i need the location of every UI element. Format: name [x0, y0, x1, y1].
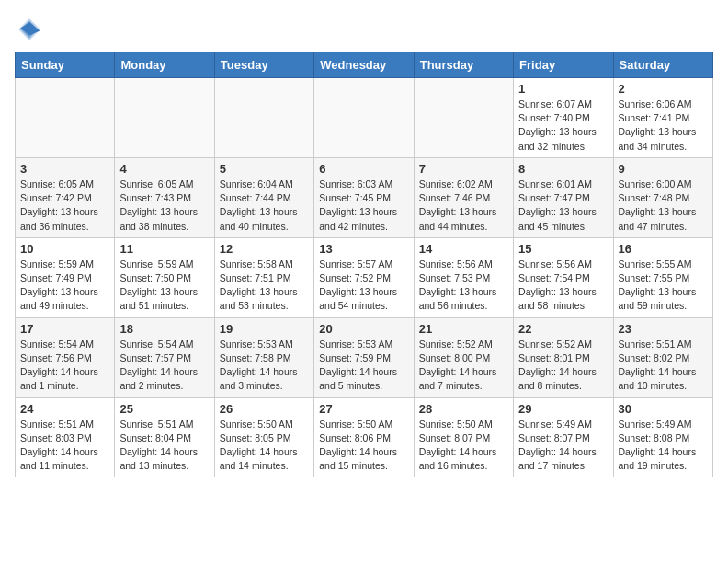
day-number: 15	[518, 242, 608, 256]
day-info: Sunrise: 5:56 AM Sunset: 7:53 PM Dayligh…	[419, 258, 508, 314]
calendar-day-cell: 7Sunrise: 6:02 AM Sunset: 7:46 PM Daylig…	[414, 157, 513, 237]
day-info: Sunrise: 5:53 AM Sunset: 7:59 PM Dayligh…	[319, 338, 408, 394]
day-number: 18	[119, 322, 209, 336]
day-of-week-header: Thursday	[414, 52, 513, 78]
day-info: Sunrise: 6:01 AM Sunset: 7:47 PM Dayligh…	[518, 178, 608, 234]
calendar-day-cell: 1Sunrise: 6:07 AM Sunset: 7:40 PM Daylig…	[514, 78, 613, 158]
calendar-day-cell: 29Sunrise: 5:49 AM Sunset: 8:07 PM Dayli…	[514, 397, 613, 477]
calendar-day-cell: 24Sunrise: 5:51 AM Sunset: 8:03 PM Dayli…	[16, 397, 115, 477]
calendar-week-row: 10Sunrise: 5:59 AM Sunset: 7:49 PM Dayli…	[16, 237, 713, 317]
calendar-day-cell	[214, 78, 313, 158]
day-info: Sunrise: 5:56 AM Sunset: 7:54 PM Dayligh…	[518, 258, 608, 314]
day-number: 30	[619, 402, 708, 416]
calendar-day-cell: 22Sunrise: 5:52 AM Sunset: 8:01 PM Dayli…	[514, 317, 613, 397]
day-number: 27	[319, 402, 408, 416]
day-info: Sunrise: 5:50 AM Sunset: 8:07 PM Dayligh…	[419, 418, 508, 474]
day-number: 4	[119, 162, 209, 176]
day-of-week-header: Saturday	[613, 52, 712, 78]
day-info: Sunrise: 5:53 AM Sunset: 7:58 PM Dayligh…	[220, 338, 309, 394]
day-number: 29	[518, 402, 608, 416]
calendar-day-cell: 23Sunrise: 5:51 AM Sunset: 8:02 PM Dayli…	[613, 317, 712, 397]
day-number: 23	[619, 322, 708, 336]
day-info: Sunrise: 6:04 AM Sunset: 7:44 PM Dayligh…	[220, 178, 309, 234]
calendar-week-row: 3Sunrise: 6:05 AM Sunset: 7:42 PM Daylig…	[16, 157, 713, 237]
calendar-day-cell: 25Sunrise: 5:51 AM Sunset: 8:04 PM Dayli…	[115, 397, 214, 477]
calendar-day-cell: 30Sunrise: 5:49 AM Sunset: 8:08 PM Dayli…	[613, 397, 712, 477]
logo	[15, 15, 48, 44]
calendar-day-cell: 13Sunrise: 5:57 AM Sunset: 7:52 PM Dayli…	[314, 237, 414, 317]
day-number: 16	[619, 242, 708, 256]
calendar-day-cell	[314, 78, 414, 158]
day-info: Sunrise: 5:50 AM Sunset: 8:06 PM Dayligh…	[319, 418, 408, 474]
day-number: 8	[518, 162, 608, 176]
calendar-day-cell: 9Sunrise: 6:00 AM Sunset: 7:48 PM Daylig…	[613, 157, 712, 237]
day-info: Sunrise: 5:52 AM Sunset: 8:01 PM Dayligh…	[518, 338, 608, 394]
day-info: Sunrise: 5:49 AM Sunset: 8:08 PM Dayligh…	[619, 418, 708, 474]
day-info: Sunrise: 6:06 AM Sunset: 7:41 PM Dayligh…	[619, 98, 708, 154]
day-info: Sunrise: 6:03 AM Sunset: 7:45 PM Dayligh…	[319, 178, 408, 234]
day-number: 22	[518, 322, 608, 336]
calendar-day-cell: 6Sunrise: 6:03 AM Sunset: 7:45 PM Daylig…	[314, 157, 414, 237]
day-number: 17	[20, 322, 109, 336]
day-info: Sunrise: 5:51 AM Sunset: 8:04 PM Dayligh…	[119, 418, 209, 474]
day-info: Sunrise: 6:00 AM Sunset: 7:48 PM Dayligh…	[619, 178, 708, 234]
day-number: 14	[419, 242, 508, 256]
calendar-week-row: 17Sunrise: 5:54 AM Sunset: 7:56 PM Dayli…	[16, 317, 713, 397]
day-info: Sunrise: 5:55 AM Sunset: 7:55 PM Dayligh…	[619, 258, 708, 314]
day-info: Sunrise: 5:54 AM Sunset: 7:57 PM Dayligh…	[119, 338, 209, 394]
day-number: 3	[20, 162, 109, 176]
day-number: 11	[119, 242, 209, 256]
day-info: Sunrise: 5:57 AM Sunset: 7:52 PM Dayligh…	[319, 258, 408, 314]
calendar-day-cell: 3Sunrise: 6:05 AM Sunset: 7:42 PM Daylig…	[16, 157, 115, 237]
day-number: 6	[319, 162, 408, 176]
calendar-day-cell: 27Sunrise: 5:50 AM Sunset: 8:06 PM Dayli…	[314, 397, 414, 477]
calendar-day-cell: 28Sunrise: 5:50 AM Sunset: 8:07 PM Dayli…	[414, 397, 513, 477]
day-info: Sunrise: 5:50 AM Sunset: 8:05 PM Dayligh…	[220, 418, 309, 474]
day-number: 7	[419, 162, 508, 176]
day-number: 2	[619, 82, 708, 96]
day-number: 1	[518, 82, 608, 96]
day-of-week-header: Friday	[514, 52, 613, 78]
day-number: 25	[119, 402, 209, 416]
day-number: 13	[319, 242, 408, 256]
day-info: Sunrise: 5:59 AM Sunset: 7:50 PM Dayligh…	[119, 258, 209, 314]
day-number: 10	[20, 242, 109, 256]
calendar-day-cell: 16Sunrise: 5:55 AM Sunset: 7:55 PM Dayli…	[613, 237, 712, 317]
calendar-day-cell: 21Sunrise: 5:52 AM Sunset: 8:00 PM Dayli…	[414, 317, 513, 397]
day-number: 5	[220, 162, 309, 176]
calendar-day-cell: 2Sunrise: 6:06 AM Sunset: 7:41 PM Daylig…	[613, 78, 712, 158]
calendar-day-cell: 12Sunrise: 5:58 AM Sunset: 7:51 PM Dayli…	[214, 237, 313, 317]
day-info: Sunrise: 5:52 AM Sunset: 8:00 PM Dayligh…	[419, 338, 508, 394]
calendar-day-cell: 26Sunrise: 5:50 AM Sunset: 8:05 PM Dayli…	[214, 397, 313, 477]
calendar-day-cell: 14Sunrise: 5:56 AM Sunset: 7:53 PM Dayli…	[414, 237, 513, 317]
day-number: 24	[20, 402, 109, 416]
day-number: 20	[319, 322, 408, 336]
day-info: Sunrise: 6:05 AM Sunset: 7:42 PM Dayligh…	[20, 178, 109, 234]
day-number: 26	[220, 402, 309, 416]
day-of-week-header: Wednesday	[314, 52, 414, 78]
day-info: Sunrise: 5:54 AM Sunset: 7:56 PM Dayligh…	[20, 338, 109, 394]
calendar-day-cell: 10Sunrise: 5:59 AM Sunset: 7:49 PM Dayli…	[16, 237, 115, 317]
day-of-week-header: Tuesday	[214, 52, 313, 78]
day-info: Sunrise: 5:49 AM Sunset: 8:07 PM Dayligh…	[518, 418, 608, 474]
calendar-header-row: SundayMondayTuesdayWednesdayThursdayFrid…	[16, 52, 713, 78]
calendar-day-cell: 4Sunrise: 6:05 AM Sunset: 7:43 PM Daylig…	[115, 157, 214, 237]
day-of-week-header: Sunday	[16, 52, 115, 78]
calendar-table: SundayMondayTuesdayWednesdayThursdayFrid…	[15, 52, 713, 477]
calendar-day-cell	[414, 78, 513, 158]
day-number: 21	[419, 322, 508, 336]
calendar-day-cell	[115, 78, 214, 158]
calendar-day-cell: 17Sunrise: 5:54 AM Sunset: 7:56 PM Dayli…	[16, 317, 115, 397]
day-info: Sunrise: 5:51 AM Sunset: 8:02 PM Dayligh…	[619, 338, 708, 394]
day-info: Sunrise: 6:07 AM Sunset: 7:40 PM Dayligh…	[518, 98, 608, 154]
day-number: 28	[419, 402, 508, 416]
calendar-day-cell: 19Sunrise: 5:53 AM Sunset: 7:58 PM Dayli…	[214, 317, 313, 397]
day-number: 9	[619, 162, 708, 176]
calendar-day-cell: 20Sunrise: 5:53 AM Sunset: 7:59 PM Dayli…	[314, 317, 414, 397]
calendar-day-cell: 15Sunrise: 5:56 AM Sunset: 7:54 PM Dayli…	[514, 237, 613, 317]
day-info: Sunrise: 5:58 AM Sunset: 7:51 PM Dayligh…	[220, 258, 309, 314]
day-number: 12	[220, 242, 309, 256]
logo-icon	[15, 15, 44, 44]
calendar-day-cell	[16, 78, 115, 158]
day-number: 19	[220, 322, 309, 336]
